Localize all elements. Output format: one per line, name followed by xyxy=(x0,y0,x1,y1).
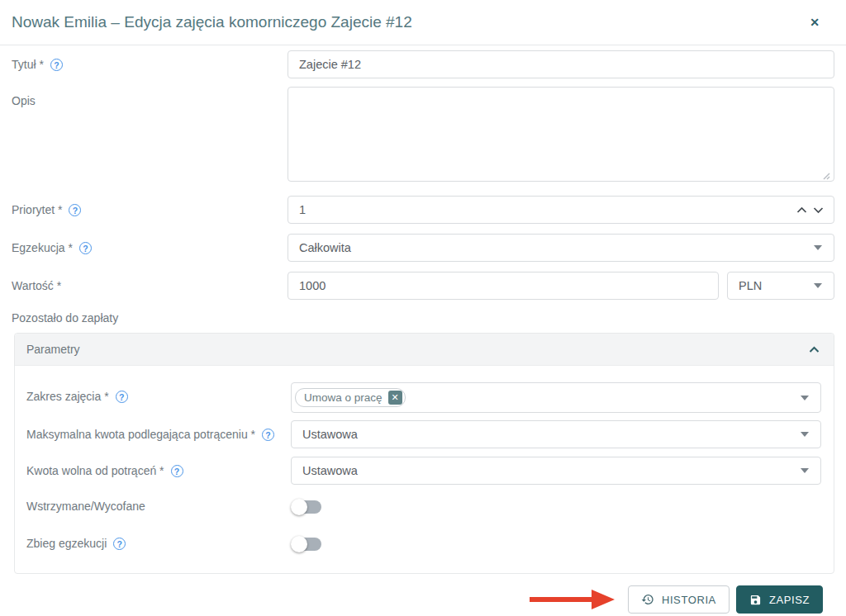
field-row-description: Opis xyxy=(12,87,834,185)
value-label: Wartość * xyxy=(12,272,288,300)
field-row-value: Wartość * PLN xyxy=(12,272,834,300)
help-icon[interactable]: ? xyxy=(69,204,81,216)
max-amount-select[interactable]: Ustawowa xyxy=(291,420,821,448)
caret-down-icon xyxy=(814,283,822,288)
scope-chip-label: Umowa o pracę xyxy=(304,391,383,404)
concurrence-label: Zbieg egzekucji ? xyxy=(26,533,291,557)
page-title: Nowak Emilia – Edycja zajęcia komornicze… xyxy=(12,13,412,31)
history-button-label: HISTORIA xyxy=(662,594,716,606)
parameters-panel-body: Zakres zajęcia * ? Umowa o pracę ✕ xyxy=(15,366,834,573)
field-row-suspended: Wstrzymane/Wycofane xyxy=(26,496,821,519)
max-amount-label: Maksymalna kwota podlegająca potrąceniu … xyxy=(26,420,291,448)
chip-remove-icon[interactable]: ✕ xyxy=(388,391,402,405)
max-amount-select-value: Ustawowa xyxy=(302,428,358,441)
chevron-down-icon[interactable] xyxy=(813,206,824,214)
suspended-toggle[interactable] xyxy=(291,499,321,515)
title-input[interactable] xyxy=(288,50,834,78)
field-row-scope: Zakres zajęcia * ? Umowa o pracę ✕ xyxy=(26,382,821,413)
caret-down-icon xyxy=(814,245,822,250)
field-row-execution: Egzekucja * ? Całkowita xyxy=(12,234,834,262)
help-icon[interactable]: ? xyxy=(262,429,274,441)
history-icon xyxy=(641,593,654,606)
field-row-free-amount: Kwota wolna od potrąceń * ? Ustawowa xyxy=(26,457,821,485)
description-label: Opis xyxy=(12,87,288,185)
scope-multiselect[interactable]: Umowa o pracę ✕ xyxy=(291,382,821,413)
title-label: Tytuł * ? xyxy=(12,50,288,78)
save-button[interactable]: ZAPISZ xyxy=(736,585,823,614)
parameters-panel-header[interactable]: Parametry xyxy=(15,334,834,366)
priority-label: Priorytet * ? xyxy=(12,196,288,224)
help-icon[interactable]: ? xyxy=(171,465,183,477)
seizure-form: Tytuł * ? Opis Priorytet * xyxy=(0,45,846,614)
scope-label: Zakres zajęcia * ? xyxy=(26,382,291,413)
close-icon[interactable]: ✕ xyxy=(806,13,834,31)
concurrence-toggle[interactable] xyxy=(291,536,321,552)
modal-header: Nowak Emilia – Edycja zajęcia komornicze… xyxy=(0,0,846,45)
suspended-label: Wstrzymane/Wycofane xyxy=(26,496,291,519)
caret-down-icon xyxy=(801,468,809,473)
chevron-up-icon[interactable] xyxy=(809,346,820,353)
resize-handle-icon[interactable] xyxy=(821,171,830,180)
save-button-label: ZAPISZ xyxy=(769,594,810,606)
remaining-label: Pozostało do zapłaty xyxy=(12,311,288,328)
help-icon[interactable]: ? xyxy=(113,538,126,550)
edit-seizure-modal: Nowak Emilia – Edycja zajęcia komornicze… xyxy=(0,0,846,614)
field-row-title: Tytuł * ? xyxy=(12,50,834,78)
description-textarea[interactable] xyxy=(288,87,834,182)
priority-stepper-input[interactable] xyxy=(288,196,834,224)
modal-footer: HISTORIA ZAPISZ xyxy=(12,585,834,614)
parameters-panel: Parametry Zakres zajęcia * ? Umowa o xyxy=(14,333,834,574)
free-amount-label: Kwota wolna od potrąceń * ? xyxy=(26,457,291,485)
caret-down-icon xyxy=(801,432,809,437)
execution-label: Egzekucja * ? xyxy=(12,234,288,262)
field-row-concurrence: Zbieg egzekucji ? xyxy=(26,533,821,557)
help-icon[interactable]: ? xyxy=(116,391,128,403)
currency-select[interactable]: PLN xyxy=(727,272,834,300)
scope-chip: Umowa o pracę ✕ xyxy=(295,388,406,407)
parameters-panel-title: Parametry xyxy=(26,343,80,356)
caret-down-icon xyxy=(801,396,809,400)
field-row-priority: Priorytet * ? xyxy=(12,196,834,224)
chevron-up-icon[interactable] xyxy=(796,206,807,214)
annotation-arrow xyxy=(527,586,620,613)
value-input[interactable] xyxy=(288,272,719,300)
history-button[interactable]: HISTORIA xyxy=(628,585,730,614)
toggle-knob xyxy=(291,536,307,552)
field-row-max-amount: Maksymalna kwota podlegająca potrąceniu … xyxy=(26,420,821,448)
save-icon xyxy=(749,594,762,606)
execution-select-value: Całkowita xyxy=(299,241,351,254)
free-amount-select-value: Ustawowa xyxy=(302,464,358,477)
free-amount-select[interactable]: Ustawowa xyxy=(291,457,821,485)
help-icon[interactable]: ? xyxy=(50,59,63,71)
help-icon[interactable]: ? xyxy=(79,242,92,254)
toggle-knob xyxy=(291,499,307,515)
currency-select-value: PLN xyxy=(739,279,762,292)
field-row-remaining: Pozostało do zapłaty xyxy=(12,311,834,328)
execution-select[interactable]: Całkowita xyxy=(288,234,834,262)
